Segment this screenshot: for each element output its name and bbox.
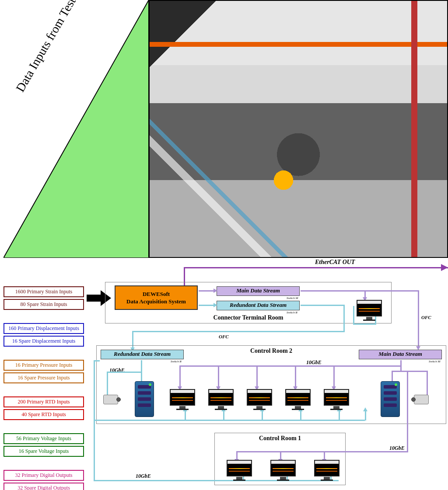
input-press-spare: 16 Spare Pressure Inputs	[4, 372, 84, 383]
gbe-label-cr1-left: 10GbE	[136, 473, 151, 480]
server-right	[381, 381, 400, 417]
control-room-1-title: Control Room 1	[215, 435, 345, 442]
ofc-label-left: OFC	[219, 334, 229, 339]
svg-marker-0	[4, 0, 149, 258]
gbe-label-cr2-right: 10GbE	[306, 359, 322, 366]
ctr-monitor	[357, 300, 382, 321]
input-dig-primary: 32 Primary Digital Outputs	[4, 470, 84, 481]
switch-r-label-2: Switch R	[171, 360, 182, 363]
switch-m-label-1: Switch M	[287, 296, 298, 300]
cr2-monitor-3	[247, 389, 272, 410]
cr1-monitor-3	[314, 460, 340, 481]
input-disp-spare: 16 Spare Displacement Inputs	[4, 336, 84, 347]
inputs-column: 1600 Primary Strain Inputs 80 Spare Stra…	[4, 286, 84, 490]
dewesoft-line2: Data Acquisition System	[126, 298, 186, 305]
ctr-redundant-data-stream: Redundant Data Stream	[217, 301, 300, 310]
cr2-main-data-stream: Main Data Stream	[359, 350, 442, 359]
projector-right	[411, 393, 431, 407]
diagram-canvas: Data Inputs from Test Stand EtherCAT OUT…	[0, 0, 448, 490]
switch-r-label-1: Switch R	[287, 311, 298, 314]
test-stand-photo	[149, 0, 448, 258]
input-rtd-spare: 40 Spare RTD Inputs	[4, 409, 84, 420]
input-volt-primary: 56 Primary Voltage Inputs	[4, 433, 84, 444]
dewesoft-box: DEWESoft Data Acquisition System	[115, 285, 198, 310]
cr2-monitor-1	[170, 389, 195, 410]
cr2-monitor-5	[324, 389, 349, 410]
server-left	[135, 381, 154, 417]
input-press-primary: 16 Primary Pressure Inputs	[4, 360, 84, 371]
dewesoft-line1: DEWESoft	[143, 291, 170, 297]
cr1-monitor-2	[270, 460, 296, 481]
triangle-shape	[4, 0, 149, 258]
ethercat-out-label: EtherCAT OUT	[315, 259, 355, 266]
connector-terminal-room-title: Connector Terminal Room	[105, 314, 391, 321]
switch-m-label-2: Switch M	[429, 360, 440, 363]
input-disp-primary: 160 Primary Displacement Inputs	[4, 323, 84, 334]
input-dig-spare: 32 Spare Digital Outputs	[4, 483, 84, 490]
cr1-monitor-1	[227, 460, 252, 481]
cr2-redundant-data-stream: Redundant Data Stream	[101, 350, 184, 359]
input-strain-primary: 1600 Primary Strain Inputs	[4, 286, 84, 297]
input-strain-spare: 80 Spare Strain Inputs	[4, 299, 84, 310]
projector-left	[101, 393, 121, 407]
ethercat-out-line	[184, 267, 448, 278]
ctr-main-data-stream: Main Data Stream	[217, 286, 300, 296]
input-volt-spare: 16 Spare Voltage Inputs	[4, 446, 84, 457]
gbe-label-cr1-right: 10GbE	[389, 445, 405, 452]
cr2-monitor-4	[285, 389, 311, 410]
ofc-label-right: OFC	[421, 315, 431, 320]
input-rtd-primary: 200 Primary RTD Inputs	[4, 396, 84, 407]
cr2-monitor-2	[208, 389, 234, 410]
